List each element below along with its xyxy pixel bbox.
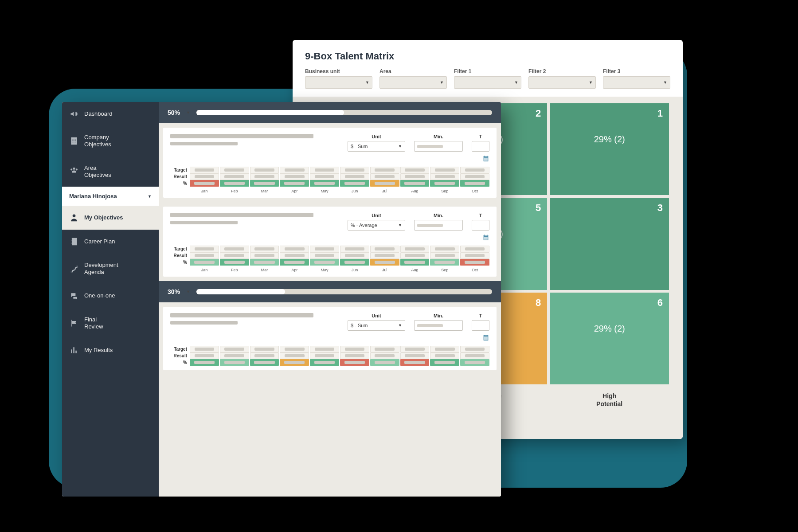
- month-cell[interactable]: [190, 173, 219, 180]
- month-cell[interactable]: [280, 180, 309, 187]
- month-cell[interactable]: [430, 252, 459, 259]
- min-input[interactable]: [414, 220, 463, 231]
- sidebar-item-area-objectives[interactable]: AreaObjectives: [62, 156, 159, 187]
- month-cell[interactable]: [190, 180, 219, 187]
- month-cell[interactable]: [280, 346, 309, 352]
- month-cell[interactable]: [250, 173, 279, 180]
- month-cell[interactable]: [280, 246, 309, 252]
- month-cell[interactable]: [400, 180, 430, 187]
- month-cell[interactable]: [310, 352, 339, 359]
- month-cell[interactable]: [370, 352, 399, 359]
- month-cell[interactable]: [340, 346, 369, 352]
- t-input[interactable]: [472, 141, 489, 152]
- filter-select-business-unit[interactable]: ▼: [305, 76, 372, 89]
- month-cell[interactable]: [460, 167, 489, 173]
- month-cell[interactable]: [280, 359, 309, 366]
- month-cell[interactable]: [310, 246, 339, 252]
- month-cell[interactable]: [220, 346, 249, 352]
- unit-select[interactable]: % - Average▼: [348, 220, 405, 231]
- ninebox-cell[interactable]: 129% (2): [548, 102, 670, 196]
- filter-select-3[interactable]: ▼: [603, 76, 670, 89]
- month-cell[interactable]: [340, 252, 369, 259]
- min-input[interactable]: [414, 320, 463, 331]
- month-cell[interactable]: [250, 180, 279, 187]
- month-cell[interactable]: [220, 359, 249, 366]
- month-cell[interactable]: [370, 173, 399, 180]
- month-cell[interactable]: [400, 359, 430, 366]
- sidebar-item-career-plan[interactable]: Career Plan: [62, 230, 159, 254]
- month-cell[interactable]: [430, 259, 459, 266]
- t-input[interactable]: [472, 220, 489, 231]
- month-cell[interactable]: [340, 352, 369, 359]
- month-cell[interactable]: [190, 246, 219, 252]
- month-cell[interactable]: [220, 352, 249, 359]
- month-cell[interactable]: [400, 346, 430, 352]
- month-cell[interactable]: [400, 252, 430, 259]
- month-cell[interactable]: [310, 167, 339, 173]
- month-cell[interactable]: [190, 252, 219, 259]
- month-cell[interactable]: [400, 352, 430, 359]
- month-cell[interactable]: [460, 259, 489, 266]
- month-cell[interactable]: [400, 173, 430, 180]
- month-cell[interactable]: [310, 252, 339, 259]
- month-cell[interactable]: [250, 359, 279, 366]
- month-cell[interactable]: [190, 352, 219, 359]
- min-input[interactable]: [414, 141, 463, 152]
- month-cell[interactable]: [250, 246, 279, 252]
- month-cell[interactable]: [370, 167, 399, 173]
- month-cell[interactable]: [370, 180, 399, 187]
- month-cell[interactable]: [430, 359, 459, 366]
- month-cell[interactable]: [220, 252, 249, 259]
- month-cell[interactable]: [190, 359, 219, 366]
- sidebar-item-final-review[interactable]: FinalReview: [62, 308, 159, 339]
- month-cell[interactable]: [430, 246, 459, 252]
- month-cell[interactable]: [280, 352, 309, 359]
- month-cell[interactable]: [220, 246, 249, 252]
- month-cell[interactable]: [430, 173, 459, 180]
- month-cell[interactable]: [460, 352, 489, 359]
- sidebar-item-development-agenda[interactable]: DevelopmentAgenda: [62, 254, 159, 284]
- month-cell[interactable]: [220, 173, 249, 180]
- month-cell[interactable]: [250, 167, 279, 173]
- month-cell[interactable]: [220, 259, 249, 266]
- month-cell[interactable]: [370, 346, 399, 352]
- month-cell[interactable]: [220, 180, 249, 187]
- month-cell[interactable]: [430, 352, 459, 359]
- sidebar-item-my-objectives[interactable]: My Objectives: [62, 206, 159, 230]
- month-cell[interactable]: [310, 346, 339, 352]
- month-cell[interactable]: [430, 346, 459, 352]
- filter-select-2[interactable]: ▼: [528, 76, 596, 89]
- ninebox-cell[interactable]: 629% (2): [548, 291, 670, 386]
- objective-group-header[interactable]: 30% ▼: [159, 281, 501, 302]
- sidebar-user-selector[interactable]: Mariana Hinojosa ▼: [62, 187, 159, 206]
- month-cell[interactable]: [250, 346, 279, 352]
- month-cell[interactable]: [310, 173, 339, 180]
- month-cell[interactable]: [310, 259, 339, 266]
- month-cell[interactable]: [340, 173, 369, 180]
- sidebar-item-dashboard[interactable]: Dashboard: [62, 102, 159, 126]
- month-cell[interactable]: [190, 167, 219, 173]
- month-cell[interactable]: [370, 359, 399, 366]
- calendar-icon[interactable]: [482, 334, 489, 341]
- month-cell[interactable]: [280, 259, 309, 266]
- filter-select-area[interactable]: ▼: [379, 76, 447, 89]
- unit-select[interactable]: $ - Sum▼: [348, 320, 405, 331]
- objective-group-header[interactable]: 50% ▼: [159, 102, 501, 123]
- month-cell[interactable]: [190, 346, 219, 352]
- month-cell[interactable]: [370, 246, 399, 252]
- month-cell[interactable]: [310, 359, 339, 366]
- month-cell[interactable]: [460, 359, 489, 366]
- month-cell[interactable]: [250, 259, 279, 266]
- month-cell[interactable]: [190, 259, 219, 266]
- month-cell[interactable]: [400, 246, 430, 252]
- ninebox-cell[interactable]: 3: [548, 196, 670, 291]
- month-cell[interactable]: [220, 167, 249, 173]
- month-cell[interactable]: [370, 252, 399, 259]
- month-cell[interactable]: [310, 180, 339, 187]
- month-cell[interactable]: [370, 259, 399, 266]
- month-cell[interactable]: [460, 346, 489, 352]
- t-input[interactable]: [472, 320, 489, 331]
- calendar-icon[interactable]: [482, 155, 489, 162]
- sidebar-item-my-results[interactable]: My Results: [62, 338, 159, 362]
- month-cell[interactable]: [460, 180, 489, 187]
